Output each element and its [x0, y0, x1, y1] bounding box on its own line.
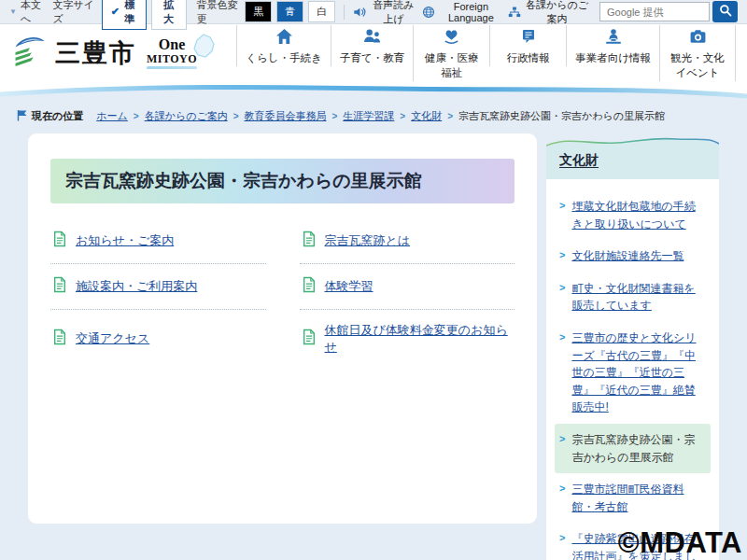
sidebar-link[interactable]: 三豊市の歴史と文化シリーズ『古代の三豊』『中世の三豊』『近世の三豊』『近代の三豊…	[571, 329, 706, 416]
bg-blue-button[interactable]: 青	[276, 1, 303, 22]
sidebar-item-books-sale[interactable]: > 町史・文化財関連書籍を販売しています	[555, 273, 711, 322]
breadcrumb-link-lifelong-learning[interactable]: 生涯学習課	[343, 109, 394, 123]
speaker-icon	[353, 6, 366, 19]
sidebar-wave-decoration	[546, 133, 719, 148]
heart-hand-icon	[443, 28, 460, 49]
nav-item-tourism[interactable]: 観光・文化 イベント	[659, 25, 736, 80]
current-location-label: 現在の位置	[17, 109, 83, 123]
foreign-language-label: Foreign Language	[439, 1, 503, 23]
nav-item-business[interactable]: 事業者向け情報	[566, 25, 659, 66]
nav-item-government[interactable]: 行政情報	[489, 25, 566, 66]
breadcrumb-link-home[interactable]: ホーム	[96, 109, 128, 123]
search-input[interactable]	[599, 2, 710, 21]
link-about-kiln-site[interactable]: 宗吉瓦窯跡とは	[325, 232, 411, 249]
sidebar-item-buried-cultural-property[interactable]: > 埋蔵文化財包蔵地の手続きと取り扱いについて	[555, 190, 711, 240]
chevron-right-icon: >	[559, 280, 565, 297]
list-item[interactable]: 施設案内・ご利用案内	[50, 264, 266, 310]
font-large-button[interactable]: 拡大	[151, 0, 187, 30]
document-green-icon	[52, 276, 67, 297]
bg-black-button[interactable]: 黒	[245, 1, 272, 22]
skip-to-content-label: 本文へ	[21, 0, 48, 26]
content-area: 宗吉瓦窯跡史跡公園・宗吉かわらの里展示館 お知らせ・ご案内 宗吉瓦窯跡とは 施設…	[0, 128, 747, 560]
breadcrumb-separator: >	[134, 111, 139, 121]
check-icon: ✔	[111, 6, 120, 18]
divider	[344, 5, 345, 20]
utility-bar: ▼ 本文へ 文字サイズ ✔ 標準 拡大 背景色変更 黒 青 白 音声読み上げ F…	[0, 0, 747, 24]
breadcrumb-separator: >	[233, 111, 239, 121]
list-item[interactable]: 宗吉瓦窯跡とは	[300, 218, 515, 264]
breadcrumb-separator: >	[332, 111, 338, 121]
chevron-right-icon: >	[559, 530, 565, 547]
foreign-language-button[interactable]: Foreign Language	[422, 1, 503, 23]
brand-tagline-decoration	[147, 66, 197, 69]
skip-to-content-link[interactable]: ▼ 本文へ	[9, 0, 47, 26]
sidebar-link[interactable]: 町史・文化財関連書籍を販売しています	[571, 280, 706, 315]
link-access[interactable]: 交通アクセス	[76, 330, 149, 347]
flag-icon	[17, 109, 28, 123]
main-navigation: くらし・手続き 子育て・教育 健康・医療 福祉 行政情報 事業者向け情報	[236, 25, 736, 80]
brand-line1: One	[147, 37, 197, 53]
site-header: 三豊市 One MITOYO くらし・手続き 子育て・教育	[0, 24, 747, 82]
document-green-icon	[52, 329, 67, 349]
sidebar-link[interactable]: 文化財施設連絡先一覧	[571, 247, 684, 265]
font-standard-button[interactable]: ✔ 標準	[102, 0, 147, 30]
list-item[interactable]: お知らせ・ご案内	[50, 218, 266, 264]
departments-guide-button[interactable]: 各課からのご案内	[508, 0, 589, 26]
camera-icon	[689, 28, 707, 49]
nav-item-childcare[interactable]: 子育て・教育	[331, 25, 413, 66]
document-icon	[520, 28, 537, 49]
city-name: 三豊市	[55, 36, 136, 70]
one-mitoyo-brand: One MITOYO	[147, 37, 210, 69]
breadcrumb-link-boe[interactable]: 教育委員会事務局	[245, 109, 327, 123]
chevron-right-icon: >	[559, 247, 565, 264]
sidebar-menu: > 埋蔵文化財包蔵地の手続きと取り扱いについて > 文化財施設連絡先一覧 > 町…	[546, 179, 719, 560]
sidebar-link[interactable]: 三豊市詫間町民俗資料館・考古館	[571, 481, 706, 515]
chevron-right-icon: >	[559, 481, 565, 497]
main-panel: 宗吉瓦窯跡史跡公園・宗吉かわらの里展示館 お知らせ・ご案内 宗吉瓦窯跡とは 施設…	[28, 133, 537, 524]
globe-icon	[422, 6, 435, 19]
document-green-icon	[52, 231, 67, 251]
breadcrumb-link-cultural-properties[interactable]: 文化財	[411, 109, 442, 123]
chevron-right-icon: >	[559, 431, 565, 448]
list-item[interactable]: 休館日及び体験料金変更のお知らせ	[300, 310, 515, 368]
sidebar-link-current[interactable]: 宗吉瓦窯跡史跡公園・宗吉かわらの里展示館	[571, 431, 706, 466]
bg-white-button[interactable]: 白	[308, 1, 335, 22]
header-wave-decoration	[0, 82, 747, 101]
city-logo[interactable]: 三豊市 One MITOYO	[11, 33, 210, 74]
nav-item-living[interactable]: くらし・手続き	[236, 25, 331, 66]
home-icon	[275, 28, 293, 49]
sidebar-item-takuma-folk-museum[interactable]: > 三豊市詫間町民俗資料館・考古館	[555, 473, 711, 523]
document-green-icon	[302, 231, 317, 251]
breadcrumb-separator: >	[400, 111, 405, 121]
sidebar-item-history-series[interactable]: > 三豊市の歴史と文化シリーズ『古代の三豊』『中世の三豊』『近世の三豊』『近代の…	[555, 322, 711, 424]
nav-label: 子育て・教育	[340, 51, 404, 66]
city-emblem-icon	[11, 33, 49, 74]
chevron-right-icon: >	[559, 329, 565, 346]
breadcrumb: 現在の位置 ホーム > 各課からのご案内 > 教育委員会事務局 > 生涯学習課 …	[17, 109, 730, 123]
search-button[interactable]	[712, 1, 738, 22]
breadcrumb-link-departments[interactable]: 各課からのご案内	[145, 109, 228, 123]
business-icon	[604, 28, 623, 49]
nav-label: 事業者向け情報	[575, 51, 651, 66]
sidebar-link[interactable]: 埋蔵文化財包蔵地の手続きと取り扱いについて	[571, 198, 706, 232]
nav-label: 行政情報	[507, 51, 550, 66]
link-closure-fee-notice[interactable]: 休館日及び体験料金変更のお知らせ	[325, 322, 514, 356]
sidebar-item-munayoshi-kiln-park[interactable]: > 宗吉瓦窯跡史跡公園・宗吉かわらの里展示館	[555, 424, 711, 473]
nav-item-health[interactable]: 健康・医療 福祉	[413, 25, 489, 80]
link-news-info[interactable]: お知らせ・ご案内	[76, 232, 174, 249]
list-item[interactable]: 体験学習	[300, 264, 515, 310]
sidebar-item-facility-contacts[interactable]: > 文化財施設連絡先一覧	[555, 240, 711, 273]
nav-label: 健康・医療 福祉	[425, 51, 479, 80]
search-icon	[719, 4, 732, 20]
list-item[interactable]: 交通アクセス	[50, 310, 266, 368]
triangle-down-icon: ▼	[9, 7, 17, 16]
speech-readout-button[interactable]: 音声読み上げ	[353, 0, 417, 26]
bg-change-label: 背景色変更	[197, 0, 239, 26]
font-size-label: 文字サイズ	[52, 0, 94, 26]
nav-label: くらし・手続き	[246, 51, 322, 66]
link-hands-on-learning[interactable]: 体験学習	[325, 278, 374, 295]
page-title: 宗吉瓦窯跡史跡公園・宗吉かわらの里展示館	[50, 159, 514, 203]
document-green-icon	[302, 276, 317, 297]
link-facility-guide[interactable]: 施設案内・ご利用案内	[76, 278, 197, 295]
nav-label: 観光・文化 イベント	[670, 51, 725, 80]
